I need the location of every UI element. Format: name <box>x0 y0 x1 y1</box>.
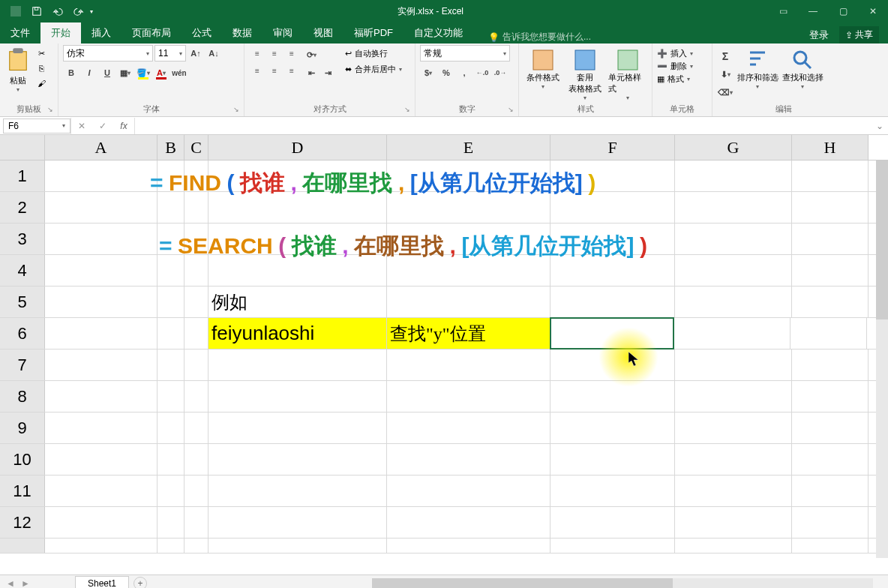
format-cells-button[interactable]: ▦格式▾ <box>657 74 707 85</box>
format-painter-button[interactable]: 🖌 <box>34 76 48 90</box>
cell[interactable] <box>550 412 675 443</box>
cell[interactable] <box>158 476 184 506</box>
align-center-button[interactable]: ≡ <box>266 62 283 79</box>
close-button[interactable]: ✕ <box>858 0 888 22</box>
tab-foxit-pdf[interactable]: 福昕PDF <box>344 22 404 44</box>
cell-D5[interactable]: 例如 <box>208 286 387 317</box>
login-link[interactable]: 登录 <box>809 28 829 42</box>
cell[interactable] <box>45 444 158 475</box>
cell[interactable] <box>675 286 792 317</box>
cell[interactable] <box>184 412 208 443</box>
cell[interactable] <box>158 507 184 538</box>
tell-me-search[interactable]: 💡 告诉我您想要做什么... <box>473 31 591 44</box>
cell[interactable] <box>675 381 792 412</box>
fill-color-button[interactable]: 🪣▾ <box>135 64 152 81</box>
paste-icon[interactable] <box>4 46 32 74</box>
redo-button[interactable] <box>69 2 88 20</box>
sheet-tab-active[interactable]: Sheet1 <box>75 576 129 588</box>
tab-home[interactable]: 开始 <box>40 22 81 44</box>
tab-view[interactable]: 视图 <box>303 22 344 44</box>
sheet-nav-prev-icon[interactable]: ◄ <box>6 578 15 589</box>
accounting-format-button[interactable]: $▾ <box>420 64 436 81</box>
font-size-select[interactable]: 11▾ <box>154 45 186 62</box>
cell[interactable] <box>208 507 387 538</box>
cell[interactable] <box>184 318 208 349</box>
vscroll-thumb[interactable] <box>876 160 888 320</box>
cell[interactable] <box>550 350 675 380</box>
cell[interactable] <box>792 444 868 475</box>
cell[interactable] <box>387 476 550 506</box>
cell[interactable] <box>45 412 158 443</box>
tab-file[interactable]: 文件 <box>0 22 40 44</box>
cell[interactable] <box>184 286 208 317</box>
cell[interactable] <box>792 381 868 412</box>
number-format-select[interactable]: 常规▾ <box>420 45 510 62</box>
cell[interactable] <box>792 412 868 443</box>
col-header-D[interactable]: D <box>208 135 387 160</box>
cell[interactable] <box>158 538 184 553</box>
increase-indent-button[interactable]: ⇥ <box>320 64 336 81</box>
cell[interactable] <box>387 507 550 538</box>
align-bottom-button[interactable]: ≡ <box>284 45 300 62</box>
cell[interactable] <box>550 538 675 553</box>
formula-input[interactable] <box>135 118 872 134</box>
formula-expand-icon[interactable]: ⌄ <box>872 121 888 131</box>
cell[interactable] <box>674 318 790 349</box>
col-header-H[interactable]: H <box>792 135 868 160</box>
cell[interactable] <box>158 412 184 443</box>
cell-F6-selected[interactable] <box>550 317 674 350</box>
row-header-10[interactable]: 10 <box>0 444 45 475</box>
cell[interactable] <box>550 507 675 538</box>
cell[interactable] <box>208 538 387 553</box>
cell[interactable] <box>387 350 550 380</box>
tab-formulas[interactable]: 公式 <box>182 22 222 44</box>
cell[interactable] <box>675 476 792 506</box>
cell[interactable] <box>792 224 868 254</box>
percent-format-button[interactable]: % <box>438 64 454 81</box>
cell-D6[interactable]: feiyunlaoshi <box>208 318 387 349</box>
fill-button[interactable]: ⬇▾ <box>717 66 734 82</box>
copy-button[interactable]: ⎘ <box>34 62 48 75</box>
decrease-font-button[interactable]: A↓ <box>206 45 222 62</box>
cell[interactable] <box>45 350 158 380</box>
cell[interactable] <box>158 350 184 380</box>
cell[interactable] <box>45 538 158 553</box>
cell[interactable] <box>208 381 387 412</box>
cell[interactable] <box>45 286 158 317</box>
paste-button[interactable]: 粘贴 <box>10 75 26 86</box>
row-header-13[interactable] <box>0 538 45 553</box>
cell[interactable] <box>550 476 675 506</box>
row-header-4[interactable]: 4 <box>0 255 45 286</box>
cell[interactable] <box>790 318 867 349</box>
paste-dropdown-icon[interactable]: ▾ <box>16 86 20 93</box>
cut-button[interactable]: ✂ <box>34 46 48 60</box>
cell[interactable] <box>675 507 792 538</box>
font-launcher-icon[interactable]: ↘ <box>233 106 241 113</box>
row-header-3[interactable]: 3 <box>0 224 45 254</box>
underline-button[interactable]: U <box>99 64 116 81</box>
clipboard-launcher-icon[interactable]: ↘ <box>47 106 55 113</box>
cell[interactable] <box>675 412 792 443</box>
insert-cells-button[interactable]: ➕插入▾ <box>657 48 707 59</box>
comma-format-button[interactable]: , <box>456 64 472 81</box>
cell[interactable] <box>550 286 675 317</box>
cell[interactable] <box>387 286 550 317</box>
cell[interactable] <box>158 318 184 349</box>
vertical-scrollbar[interactable] <box>876 160 888 558</box>
font-name-select[interactable]: 仿宋▾ <box>63 45 153 62</box>
cell[interactable] <box>675 350 792 380</box>
cell[interactable] <box>45 255 158 286</box>
cell[interactable] <box>792 255 868 286</box>
align-right-button[interactable]: ≡ <box>284 62 300 79</box>
cell[interactable] <box>550 381 675 412</box>
sheet-nav-next-icon[interactable]: ► <box>21 578 30 589</box>
cell[interactable] <box>45 476 158 506</box>
cell[interactable] <box>675 538 792 553</box>
cell[interactable] <box>387 412 550 443</box>
cell[interactable] <box>792 476 868 506</box>
increase-font-button[interactable]: A↑ <box>188 45 204 62</box>
cell[interactable] <box>45 192 158 223</box>
delete-cells-button[interactable]: ➖删除▾ <box>657 61 707 72</box>
merge-center-button[interactable]: ⬌合并后居中▾ <box>345 64 402 75</box>
cell[interactable] <box>158 381 184 412</box>
